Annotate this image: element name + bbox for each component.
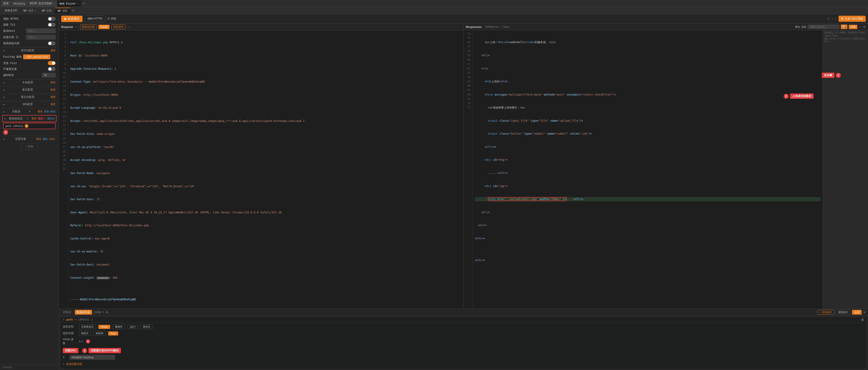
matcher-section[interactable]: ▸ 匹配器 0 重置 添加/调试 — [2, 108, 57, 115]
construct-tab-btn[interactable]: 构造请求 — [111, 25, 125, 29]
force-https-button[interactable]: 强制 HTTPS — [84, 16, 105, 22]
download-icon[interactable]: ↓ — [832, 17, 833, 21]
jq-btn[interactable]: JQ(*) — [127, 325, 138, 329]
response-code-area: 5455565758 5960616263 6465666768 697071 … — [464, 30, 868, 309]
settings-reset[interactable]: 重置 — [36, 137, 41, 141]
debug-execute-button[interactable]: 调试执行 — [836, 310, 851, 315]
request-line-9: sec-ch-ua-platform: "macOS" — [70, 145, 461, 149]
force-https-toggle[interactable] — [48, 17, 56, 21]
settings-add-link[interactable]: 添加+ — [49, 137, 56, 141]
resp-body-btn[interactable]: 响应体 — [93, 331, 106, 336]
guo-mi-tls-toggle[interactable] — [48, 23, 56, 27]
fuzztag-insert-button[interactable]: + 插入 yak.fuzz 语法 — [23, 55, 50, 59]
request-next[interactable]: › — [77, 25, 78, 29]
resp-line-60: <input class="input_file" type="file" na… — [475, 119, 820, 123]
retry-config-section[interactable]: ▸ 重试配置 重置 — [2, 86, 57, 93]
close-bottom-button[interactable]: ✕ — [863, 310, 866, 315]
tab-mitm-close[interactable]: ✕ — [53, 2, 55, 5]
history-button[interactable]: ⏱ 历史 — [107, 17, 116, 21]
more-btn[interactable]: ⋯ — [127, 25, 130, 29]
settings-section[interactable]: ▸ 设置变量 重置 预览 添加+ — [2, 136, 57, 142]
expand-arrow: ▾ — [63, 318, 64, 321]
apply-button[interactable]: 应用 — [852, 310, 862, 315]
hot-tab-btn[interactable]: 热加载 — [98, 25, 110, 29]
annotation3-number: 3 — [3, 130, 8, 135]
expr-btn[interactable]: 表达式 — [141, 324, 153, 329]
dev-config-reset[interactable]: 重置 — [51, 81, 56, 84]
request-line-7: Accept: text/html,application/xhtml+xml,… — [70, 119, 461, 123]
xpath-path-input[interactable] — [70, 355, 115, 360]
request-config-section[interactable]: ▾ 请求包配置 重置 — [2, 47, 57, 54]
matcher-actions: 重置 添加/调试 — [38, 110, 56, 113]
render-button[interactable]: 渲染 — [801, 25, 806, 29]
dns-config-section[interactable]: ▸ DNS配置 重置 — [2, 101, 57, 107]
edit-path-btn[interactable]: ✎ — [74, 318, 76, 321]
tab-wf5[interactable]: WF-[5] — [55, 8, 70, 13]
retry-reset[interactable]: 重置 — [51, 88, 56, 91]
proxy-input[interactable] — [26, 35, 56, 39]
delete-extractor-btn[interactable]: 🗑 — [861, 318, 864, 321]
extractor-debug[interactable]: 调试令 — [47, 117, 55, 120]
resp-header-btn[interactable]: 响应头 — [79, 331, 91, 336]
tab-webfuzzer-label: Web Fuzzer — [60, 2, 76, 5]
response-more-btn[interactable]: ⋯ — [859, 25, 862, 29]
tab-mitm[interactable]: MITM 交互式劫持 ✕ — [28, 0, 57, 7]
dns-reset[interactable]: 重置 — [51, 103, 56, 106]
extractor-reset[interactable]: 重置 — [32, 117, 36, 120]
xpath-btn[interactable]: XPath — [98, 325, 110, 329]
settings-preview[interactable]: 预览 — [43, 137, 48, 141]
matcher-add[interactable]: 添加/调试 — [44, 110, 56, 113]
tab-wf1[interactable]: WF-[1] ✕ — [21, 8, 39, 13]
tab-add-button[interactable]: + — [82, 1, 86, 6]
tab-unnamed[interactable]: 未命名[0] — [2, 8, 21, 13]
detail-button[interactable]: 详情 — [849, 25, 857, 29]
timeout-input[interactable] — [42, 73, 56, 77]
add-condition-button[interactable]: + 添加条件 — [817, 310, 834, 315]
extractor-item[interactable]: path [XPath] 1 — [3, 123, 56, 129]
extractor-section[interactable]: ▾ 数据提取器 1 重置 添加!! 调试令 — [2, 115, 57, 122]
add-button[interactable]: + 添加 — [21, 143, 38, 150]
redirect-config-section[interactable]: ▸ 重定向配置 重置 — [2, 94, 57, 100]
tab-history[interactable]: History — [11, 0, 27, 7]
dev-config-section[interactable]: ▸ 并发配置 重置 — [2, 79, 57, 86]
response-settings-btn[interactable]: ⚙ — [863, 25, 866, 29]
extractor-add-btn[interactable]: 添加!! — [38, 117, 46, 120]
request-line-13: Sec-Fetch-User: ?1 — [70, 197, 461, 202]
regex-btn[interactable]: 正则表达式 — [79, 324, 96, 329]
response-code-content[interactable]: <p>上传一个<code>webshell</code>到服务器. </p> <… — [473, 30, 823, 309]
matcher-tab[interactable]: 匹配器 — [61, 310, 73, 315]
disable-proxy-label: 禁用系统代理 — [3, 41, 20, 46]
share-icon[interactable]: ⇧ — [827, 17, 830, 21]
disable-proxy-toggle[interactable] — [48, 41, 56, 46]
send-button[interactable]: ▶ 发送请求 — [61, 16, 83, 22]
tab-second-add[interactable]: + — [71, 8, 76, 13]
render-fuzz-toggle[interactable] — [48, 61, 56, 65]
extractor-item-badge: 1 — [25, 124, 28, 128]
extractor-count: 1 — [27, 117, 28, 120]
request-line-21: ------WebKitFormBoundaryA74p4ewBdKoH1qWQ — [70, 297, 461, 302]
beautify-button[interactable]: 美化 — [795, 25, 800, 29]
extractor-tab[interactable]: 数据提取器 — [75, 310, 92, 315]
kv-btn[interactable]: 键值对 — [113, 324, 125, 329]
request-prev[interactable]: ‹ — [74, 25, 75, 29]
add-match-button[interactable]: + 添加匹配内容 — [63, 363, 82, 366]
tab-webfuzzer-close[interactable]: ✕ — [77, 2, 79, 5]
resp-sidebar: 远端地址:[1]:8099; 响应时间:55ms; 总耗时:55ms; URL:… — [823, 30, 868, 309]
toolbar: ▶ 发送请求 强制 HTTPS ⏱ 历史 ⇧ ↓ ↑ ▶ 生成 Yaml 模板 — [59, 14, 868, 24]
no-fix-len-toggle[interactable] — [48, 67, 56, 71]
matcher-reset[interactable]: 重置 — [38, 110, 43, 113]
tab-wf3[interactable]: WF-[3] — [39, 8, 55, 13]
response-search-input[interactable] — [808, 25, 839, 29]
request-code-content[interactable]: POST /Pass-01/index.php HTTP/1.1 Host ?:… — [68, 30, 463, 309]
request-config-reset[interactable]: 重置 — [51, 49, 56, 52]
tab-wf1-close[interactable]: ✕ — [35, 9, 36, 12]
tab-home[interactable]: 首页 — [1, 0, 11, 7]
redirect-reset[interactable]: 重置 — [51, 95, 56, 99]
tab-webfuzzer[interactable]: Web Fuzzer ✕ — [57, 0, 81, 7]
scan-tab-btn[interactable]: 数据包扫描 — [80, 25, 97, 29]
raw-btn[interactable]: Raw — [108, 332, 118, 336]
real-host-input[interactable] — [26, 29, 56, 33]
upload-icon[interactable]: ↑ — [835, 17, 837, 21]
gen-yaml-button[interactable]: ▶ 生成 Yaml 模板 — [839, 16, 866, 22]
search-icon-button[interactable]: 🔍 — [841, 25, 847, 29]
